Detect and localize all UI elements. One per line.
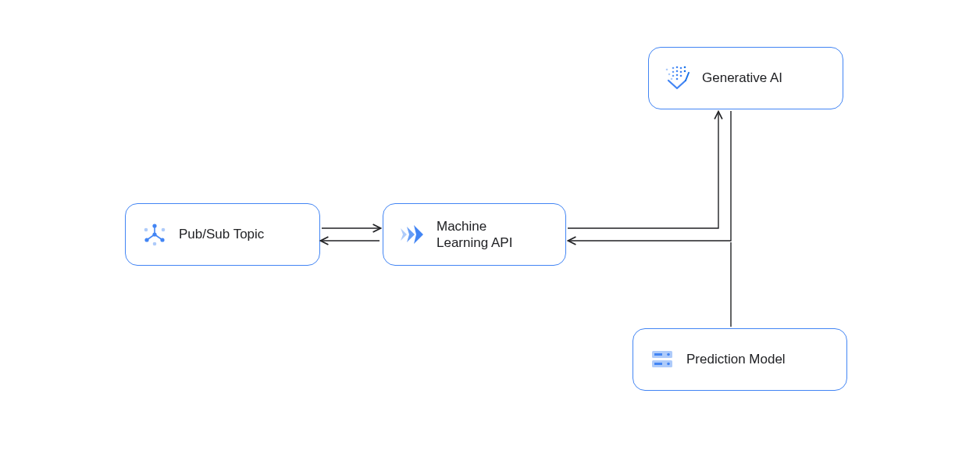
svg-point-34 <box>667 363 670 366</box>
svg-marker-10 <box>401 228 407 241</box>
svg-line-28 <box>686 73 689 81</box>
svg-point-8 <box>162 228 166 232</box>
node-pubsub-topic: Pub/Sub Topic <box>125 203 320 266</box>
arrow-genai-to-mlapi <box>569 111 731 241</box>
ml-api-label: Machine Learning API <box>437 218 512 252</box>
node-generative-ai: Generative AI <box>648 47 843 109</box>
svg-point-15 <box>671 78 673 81</box>
svg-point-18 <box>672 75 675 77</box>
svg-point-7 <box>144 228 148 232</box>
pubsub-label: Pub/Sub Topic <box>179 226 264 242</box>
svg-point-14 <box>668 73 671 76</box>
svg-point-26 <box>684 66 686 69</box>
svg-point-23 <box>680 67 682 70</box>
svg-point-4 <box>152 224 156 227</box>
node-prediction-model: Prediction Model <box>633 328 847 391</box>
svg-point-19 <box>676 66 679 69</box>
svg-point-33 <box>667 353 670 356</box>
svg-point-13 <box>666 69 668 71</box>
svg-point-24 <box>680 71 682 73</box>
svg-point-6 <box>160 238 164 242</box>
generative-ai-label: Generative AI <box>702 70 782 86</box>
prediction-model-icon <box>649 346 675 373</box>
generative-ai-icon <box>665 65 691 91</box>
node-ml-api: Machine Learning API <box>383 203 566 266</box>
svg-point-9 <box>153 242 157 246</box>
svg-rect-32 <box>654 363 662 365</box>
prediction-model-label: Prediction Model <box>686 351 786 367</box>
svg-marker-11 <box>407 227 415 242</box>
svg-point-22 <box>676 78 679 81</box>
svg-point-20 <box>676 70 679 73</box>
arrow-mlapi-to-genai <box>568 113 718 228</box>
svg-point-27 <box>684 70 686 73</box>
ml-api-icon <box>399 221 426 248</box>
pubsub-icon <box>141 221 168 248</box>
svg-point-16 <box>672 67 675 70</box>
svg-point-21 <box>676 74 679 77</box>
svg-point-17 <box>672 71 675 73</box>
svg-rect-31 <box>654 353 662 356</box>
svg-point-5 <box>144 238 148 242</box>
svg-marker-12 <box>414 225 423 244</box>
svg-point-25 <box>680 75 682 77</box>
